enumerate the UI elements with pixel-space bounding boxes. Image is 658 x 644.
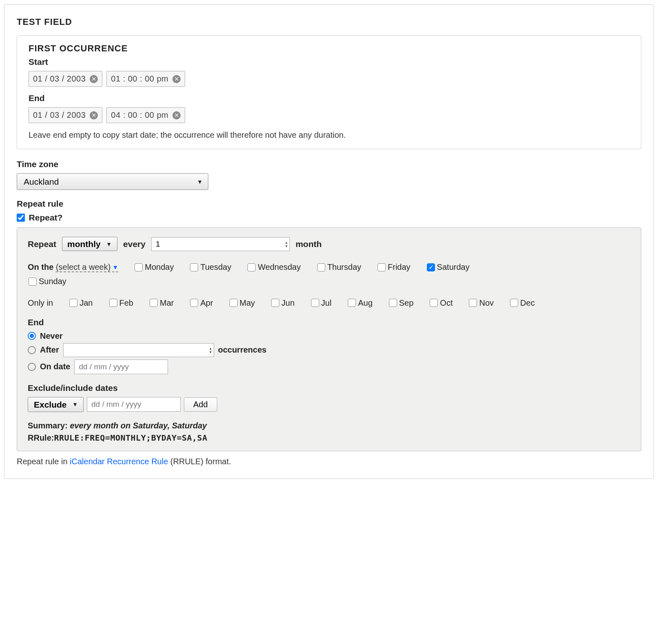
exclude-mode-select[interactable]: Exclude [28, 397, 84, 412]
end-never-label: Never [40, 331, 63, 341]
timezone-label: Time zone [17, 159, 641, 169]
select-week-dropdown[interactable]: (select a week)▼ [56, 262, 118, 271]
timezone-section: Time zone Auckland ▼ [17, 159, 641, 190]
only-in-label: Only in [28, 298, 53, 308]
end-after-radio[interactable] [28, 346, 36, 354]
first-occurrence-box: FIRST OCCURRENCE Start 01 / 03 / 2003 ✕ … [17, 35, 641, 149]
test-field-panel: TEST FIELD FIRST OCCURRENCE Start 01 / 0… [4, 4, 654, 479]
weekday-monday[interactable]: Monday [135, 262, 174, 272]
timezone-select[interactable]: Auckland [17, 173, 208, 190]
end-label: End [28, 318, 630, 327]
footer-help: Repeat rule in iCalendar Recurrence Rule… [17, 457, 641, 466]
start-label: Start [29, 57, 629, 67]
chevron-down-icon: ▼ [112, 264, 118, 271]
end-time-input[interactable]: 04 : 00 : 00 pm ✕ [106, 107, 185, 123]
start-date-value: 01 / 03 / 2003 [33, 74, 86, 84]
exclude-date-input[interactable] [87, 397, 181, 412]
frequency-select[interactable]: monthly [62, 237, 117, 251]
month-aug[interactable]: Aug [348, 298, 373, 308]
month-sep[interactable]: Sep [389, 298, 414, 308]
month-mar[interactable]: Mar [150, 298, 174, 308]
weekday-sunday[interactable]: Sunday [29, 277, 66, 286]
repeat-checkbox-row[interactable]: Repeat? [17, 213, 62, 222]
repeat-word: Repeat [28, 239, 56, 249]
exclude-label: Exclude/include dates [28, 383, 630, 393]
interval-input[interactable] [151, 237, 290, 251]
end-date-input[interactable]: 01 / 03 / 2003 ✕ [29, 107, 102, 123]
month-oct[interactable]: Oct [430, 298, 453, 308]
clear-icon[interactable]: ✕ [90, 75, 98, 83]
end-ondate-label: On date [40, 362, 70, 371]
end-ondate-radio[interactable] [28, 363, 36, 371]
first-occurrence-title: FIRST OCCURRENCE [29, 43, 629, 54]
summary-line: Summary: every month on Saturday, Saturd… [28, 421, 630, 430]
add-button[interactable]: Add [184, 397, 217, 412]
clear-icon[interactable]: ✕ [90, 111, 98, 119]
unit-label: month [296, 239, 322, 249]
weekday-tuesday[interactable]: Tuesday [190, 262, 231, 272]
weekday-friday[interactable]: Friday [378, 262, 411, 272]
occurrence-helper-text: Leave end empty to copy start date; the … [29, 130, 629, 140]
repeat-rule-box: Repeat monthly ▼ every ▴▾ month On the [17, 227, 641, 451]
month-may[interactable]: May [230, 298, 255, 308]
end-date-input[interactable] [74, 359, 168, 374]
month-jul[interactable]: Jul [311, 298, 332, 308]
occurrences-input[interactable] [63, 343, 214, 357]
months-line: Only in Jan Feb Mar Apr May Jun Jul Aug … [28, 298, 630, 308]
month-jan[interactable]: Jan [69, 298, 93, 308]
month-feb[interactable]: Feb [109, 298, 133, 308]
repeat-rule-label: Repeat rule [17, 199, 641, 209]
clear-icon[interactable]: ✕ [172, 75, 181, 83]
month-jun[interactable]: Jun [271, 298, 294, 308]
end-after-label: After [40, 345, 59, 355]
end-never-radio[interactable] [28, 332, 36, 340]
month-apr[interactable]: Apr [190, 298, 213, 308]
icalendar-link[interactable]: iCalendar Recurrence Rule [70, 457, 168, 466]
end-label: End [29, 93, 629, 103]
month-dec[interactable]: Dec [510, 298, 535, 308]
weekday-line: On the (select a week)▼ Monday Tuesday W… [28, 262, 630, 272]
clear-icon[interactable]: ✕ [172, 111, 181, 119]
repeat-checkbox-label: Repeat? [29, 213, 63, 222]
occurrences-word: occurrences [218, 345, 267, 355]
panel-title: TEST FIELD [17, 17, 641, 27]
every-word: every [123, 239, 146, 249]
start-time-input[interactable]: 01 : 00 : 00 pm ✕ [106, 71, 185, 87]
month-nov[interactable]: Nov [469, 298, 494, 308]
on-the-label: On the [28, 262, 53, 271]
rrule-line: RRule:RRULE:FREQ=MONTHLY;BYDAY=SA,SA [28, 433, 630, 443]
exclude-section: Exclude/include dates Exclude ▼ Add [28, 383, 630, 412]
repeat-checkbox[interactable] [17, 214, 25, 222]
start-time-value: 01 : 00 : 00 pm [111, 74, 168, 84]
start-date-input[interactable]: 01 / 03 / 2003 ✕ [29, 71, 102, 87]
end-date-value: 01 / 03 / 2003 [33, 110, 86, 120]
weekday-wednesday[interactable]: Wednesday [247, 262, 300, 272]
end-time-value: 04 : 00 : 00 pm [111, 110, 168, 120]
end-section: End Never After ▴▾ occurrences On d [28, 318, 630, 374]
weekday-saturday[interactable]: Saturday [427, 262, 470, 272]
weekday-thursday[interactable]: Thursday [317, 262, 361, 272]
